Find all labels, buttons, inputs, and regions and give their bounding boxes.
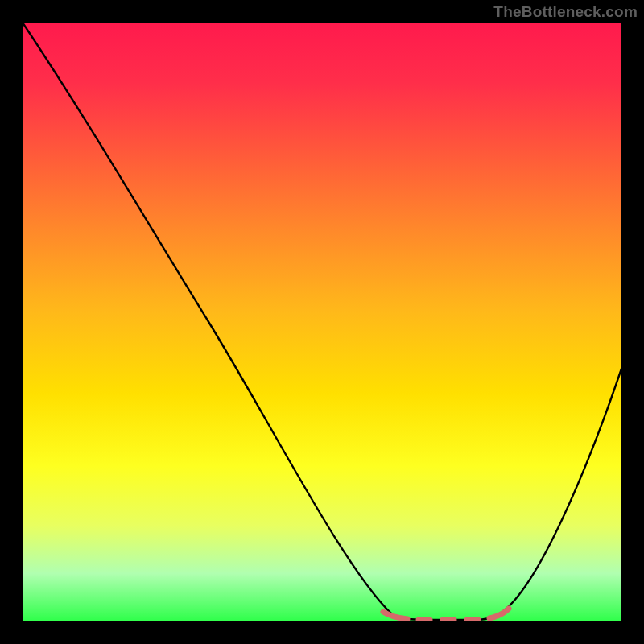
curve-path	[23, 23, 621, 620]
watermark-text: TheBottleneck.com	[493, 3, 638, 21]
chart-svg	[23, 23, 621, 621]
highlight-dashes	[383, 609, 509, 620]
chart-frame: TheBottleneck.com	[0, 0, 644, 644]
plot-area	[23, 23, 621, 621]
